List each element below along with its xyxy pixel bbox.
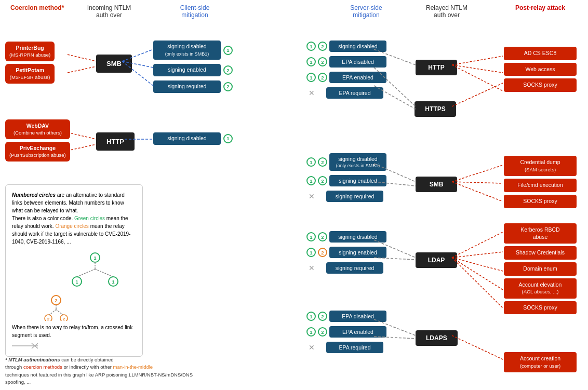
server-smb-signing-disabled-row: 1 2 signing disabled (only exists in SMB… bbox=[306, 153, 386, 171]
post-relay-socks2: SOCKS proxy bbox=[504, 195, 577, 208]
server-ldaps-section: 1 2 EPA disabled 1 2 EPA enabled ✕ EPA r… bbox=[306, 311, 386, 353]
server-ldap-section: 1 2 signing disabled 1 2 signing enabled… bbox=[306, 231, 386, 274]
svg-text:2: 2 bbox=[63, 317, 65, 321]
footer-text3: techniques not featured in this graph li… bbox=[5, 372, 193, 378]
smb-signing-enabled-row: signing enabled 2 bbox=[153, 64, 233, 76]
circle-2-smb-required: 2 bbox=[223, 82, 233, 91]
c1-s-ldaps-epa-e: 1 bbox=[306, 327, 316, 337]
server-ldaps-epa-enabled-box: EPA enabled bbox=[329, 326, 386, 338]
header-client-side: Client-sidemitigation bbox=[161, 4, 229, 19]
c1-s-ldaps-epa-d: 1 bbox=[306, 312, 316, 321]
coercion-petitpotam: PetitPotam (MS-EFSR abuse) bbox=[5, 64, 55, 84]
footer-text1-rest: can be directly obtained bbox=[61, 357, 113, 362]
server-smb-signing-required-row: ✕ signing required bbox=[306, 191, 386, 202]
svg-line-30 bbox=[452, 65, 503, 73]
legend-cross-example bbox=[12, 342, 136, 350]
post-relay-smb-group: Credential dump(SAM secrets) File/cmd ex… bbox=[504, 156, 577, 211]
client-side-http-options: signing disabled 1 bbox=[153, 132, 233, 145]
legend-box: Numbered circles are an alternative to s… bbox=[5, 184, 143, 357]
server-smb-section: 1 2 signing disabled (only exists in SMB… bbox=[306, 153, 386, 202]
header-coercion: Coercion method* bbox=[10, 4, 64, 11]
http-protocol-box: HTTP bbox=[96, 132, 135, 151]
ldaps-target-box: LDAPS bbox=[416, 330, 458, 346]
server-http-signing-disabled: signing disabled bbox=[329, 41, 386, 52]
c1-s-ldap-en: 1 bbox=[306, 248, 316, 257]
server-ldaps-epa-disabled-box: EPA disabled bbox=[329, 311, 386, 322]
svg-line-22 bbox=[68, 66, 96, 73]
post-relay-account-elevation: Account elevation(ACL abuses, ...) bbox=[504, 278, 577, 299]
svg-line-40 bbox=[452, 258, 503, 308]
header-server-side: Server-sidemitigation bbox=[332, 4, 400, 19]
server-ldap-signing-required-row: ✕ signing required bbox=[306, 262, 386, 274]
coercion-printerbug: PrinterBug (MS-RPRN abuse) bbox=[5, 42, 55, 61]
svg-line-4 bbox=[95, 269, 113, 277]
footer-text4: spoofing, ... bbox=[5, 379, 31, 385]
petitpotam-label: PetitPotam bbox=[9, 67, 50, 74]
c2-s-ldap-en: 2 bbox=[318, 248, 327, 257]
legend-svg: 1 1 1 2 2 2 bbox=[38, 248, 142, 321]
webdav-sub: (Combine with others) bbox=[9, 130, 66, 136]
privexchange-label: PrivExchange bbox=[9, 145, 66, 152]
legend-text2: There is also a color code. Green circle… bbox=[12, 214, 136, 246]
footer-ntlm-bold: * NTLM authentications bbox=[5, 357, 60, 362]
ldaps-target-label: LDAPS bbox=[416, 330, 458, 346]
http-signing-disabled-row: signing disabled 1 bbox=[153, 132, 233, 145]
legend-text1: Numbered circles are an alternative to s… bbox=[12, 191, 136, 214]
legend-orange-circles: Orange circles bbox=[55, 223, 88, 229]
legend-cross-svg bbox=[12, 342, 38, 350]
http-label: HTTP bbox=[96, 132, 135, 151]
c1-s-http-epa-e: 1 bbox=[306, 73, 316, 82]
server-ldaps-epa-required-box: EPA required bbox=[326, 342, 383, 353]
smb-signing-disabled-row: signing disabled (only exists in SMB1) 1 bbox=[153, 41, 233, 60]
post-relay-credential-dump: Credential dump(SAM secrets) bbox=[504, 156, 577, 176]
post-relay-domain-enum: Domain enum bbox=[504, 262, 577, 276]
printerbug-sub: (MS-RPRN abuse) bbox=[9, 52, 50, 58]
svg-line-21 bbox=[68, 55, 96, 61]
legend-green-circles: Green circles bbox=[74, 216, 105, 221]
coercion-webdav: WebDAV (Combine with others) bbox=[5, 119, 70, 139]
footer-mitm: man-in-the-middle bbox=[113, 364, 153, 370]
smb-signing-required-box: signing required bbox=[153, 80, 221, 93]
legend-text2-start: There is also a color code. bbox=[12, 216, 74, 221]
server-smb-signing-disabled-box: signing disabled (only exists in SMB1) bbox=[329, 153, 386, 171]
svg-line-34 bbox=[452, 182, 503, 183]
post-relay-ldap-group: Kerberos RBCDabuse Shadow Credentials Do… bbox=[504, 223, 577, 317]
svg-text:1: 1 bbox=[75, 279, 78, 285]
post-relay-kerberos: Kerberos RBCDabuse bbox=[504, 223, 577, 244]
server-http-signing-disabled-row: 1 2 signing disabled bbox=[306, 41, 386, 52]
c2-s-http-epa-e: 2 bbox=[318, 73, 327, 82]
smb-signing-enabled-box: signing enabled bbox=[153, 64, 221, 76]
http-target-label: HTTP bbox=[416, 60, 457, 75]
smb-signing-disabled-box: signing disabled (only exists in SMB1) bbox=[153, 41, 221, 60]
https-target-label: HTTPS bbox=[415, 101, 456, 117]
svg-line-31 bbox=[452, 65, 503, 91]
svg-line-39 bbox=[452, 258, 503, 290]
circle-1-smb-disabled: 1 bbox=[223, 46, 233, 55]
svg-line-33 bbox=[452, 165, 503, 182]
ldap-target-label: LDAP bbox=[416, 252, 457, 268]
coercion-privexchange: PrivExchange (PushSubscription abuse) bbox=[5, 142, 70, 162]
svg-line-41 bbox=[452, 335, 503, 359]
server-ldaps-epa-disabled-row: 1 2 EPA disabled bbox=[306, 311, 386, 322]
printerbug-label: PrinterBug bbox=[9, 45, 50, 52]
c1-s-smb-en: 1 bbox=[306, 176, 316, 185]
c2-s-ldap-dis: 2 bbox=[318, 232, 327, 241]
header-incoming: Incoming NTLMauth over bbox=[83, 4, 135, 19]
server-ldap-signing-enabled-box: signing enabled bbox=[329, 247, 386, 258]
server-smb-signing-required-box: signing required bbox=[326, 191, 383, 202]
c1-s-http-disabled: 1 bbox=[306, 42, 316, 51]
server-http-epa-enabled-row: 1 2 EPA enabled bbox=[306, 72, 386, 83]
server-ldap-signing-disabled-box: signing disabled bbox=[329, 231, 386, 243]
webdav-label: WebDAV bbox=[9, 123, 66, 130]
footer-text2-mid: or indirectly with other bbox=[64, 364, 113, 370]
header-relayed: Relayed NTLMauth over bbox=[421, 4, 473, 19]
svg-text:2: 2 bbox=[47, 317, 50, 321]
https-target-box: HTTPS bbox=[415, 101, 456, 117]
server-http-section: 1 2 signing disabled 1 2 EPA disabled 1 … bbox=[306, 41, 386, 99]
svg-line-3 bbox=[77, 269, 95, 277]
header-post-relay: Post-relay attack bbox=[506, 4, 574, 11]
server-ldaps-epa-required-row: ✕ EPA required bbox=[306, 342, 386, 353]
svg-line-38 bbox=[452, 258, 503, 271]
server-http-epa-required-row: ✕ EPA required bbox=[306, 87, 386, 99]
c2-s-smb-en: 2 bbox=[318, 176, 327, 185]
